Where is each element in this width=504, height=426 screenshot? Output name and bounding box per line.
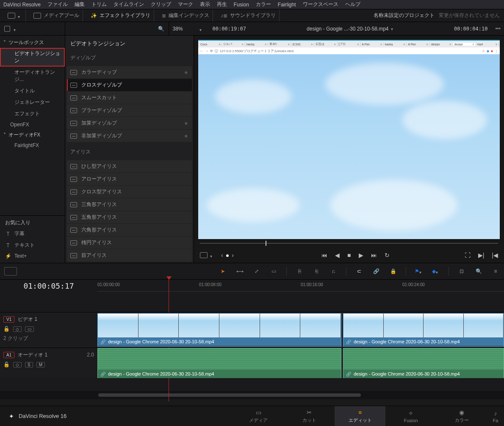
- star-icon[interactable]: [184, 120, 188, 126]
- audio-track-header[interactable]: A1オーディオ 12.0 🔓◇SM: [0, 348, 97, 378]
- video-track-header[interactable]: V1ビデオ 1 🔓◇▭ 2 クリップ: [0, 312, 97, 348]
- lock-icon[interactable]: 🔓: [3, 362, 10, 368]
- menu-item[interactable]: Fairlight: [278, 2, 296, 8]
- video-clip[interactable]: design - Google Chrome 2020-06-30 20-10-…: [97, 313, 341, 347]
- next-edit-icon[interactable]: ›: [232, 252, 234, 259]
- next-clip-icon[interactable]: ▶|: [478, 252, 485, 259]
- auto-select-icon[interactable]: ◇: [13, 326, 22, 332]
- fx-item[interactable]: クロス型アイリス: [67, 186, 192, 198]
- chevron-down-icon[interactable]: [210, 253, 214, 257]
- menu-item[interactable]: ファイル: [47, 1, 68, 8]
- menu-item[interactable]: カラー: [256, 1, 271, 8]
- fx-item[interactable]: 五角形アイリス: [67, 211, 192, 223]
- sidebar-item-video-transition[interactable]: ビデオトランジション: [0, 48, 65, 67]
- blade-tool-icon[interactable]: ▭: [269, 268, 278, 275]
- play-icon[interactable]: ▶: [359, 252, 363, 259]
- fx-item[interactable]: 楕円アイリス: [67, 237, 192, 249]
- timeline-ruler[interactable]: 01:00:00:00 01:00:08:00 01:00:16:00 01:0…: [97, 280, 504, 292]
- menu-item[interactable]: ヘルプ: [345, 1, 360, 8]
- step-back-icon[interactable]: ◀: [335, 252, 340, 259]
- layout-icon[interactable]: [4, 26, 10, 32]
- page-tab-media[interactable]: ▭メディア: [233, 406, 284, 426]
- zoom-icon[interactable]: 🔍: [474, 268, 483, 275]
- viewer-clip-name[interactable]: design - Google ...-30 20-10-58.mp4: [251, 26, 450, 32]
- fx-item[interactable]: 三角形アイリス: [67, 198, 192, 211]
- sidebar-item-openfx[interactable]: OpenFX: [0, 120, 65, 130]
- sidebar-item-fairlightfx[interactable]: FairlightFX: [0, 140, 65, 150]
- audio-clip[interactable]: design - Google Chrome 2020-06-30 20-10-…: [97, 348, 341, 378]
- star-icon[interactable]: [184, 70, 188, 75]
- fx-item[interactable]: カラーディップ: [67, 66, 192, 78]
- menu-item[interactable]: タイムライン: [114, 1, 144, 8]
- page-tab-fairlight[interactable]: ♪Fa: [487, 406, 504, 426]
- menu-item[interactable]: 編集: [75, 1, 85, 8]
- star-icon[interactable]: [184, 133, 188, 139]
- menu-item[interactable]: 表示: [200, 1, 210, 8]
- chevron-down-icon[interactable]: [14, 27, 18, 31]
- favorite-item[interactable]: Tテキスト: [0, 239, 65, 251]
- menu-item[interactable]: マーク: [178, 1, 193, 8]
- view-mode-icon[interactable]: [200, 252, 208, 258]
- lock-icon[interactable]: 🔓: [3, 326, 10, 332]
- timeline-view-options[interactable]: [4, 267, 17, 276]
- menu-item[interactable]: 再生: [217, 1, 227, 8]
- prev-edit-icon[interactable]: ‹: [221, 252, 223, 259]
- customize-icon[interactable]: ≡: [491, 268, 500, 275]
- viewer-canvas[interactable]: Coco× ジルバ× backg× 第3の× [CSS]× 広告は× [プロ× …: [198, 40, 500, 239]
- insert-icon[interactable]: ⎘: [295, 268, 304, 275]
- match-frame-icon[interactable]: ⛶: [465, 252, 471, 259]
- track-tag[interactable]: V1: [3, 316, 14, 323]
- fx-item[interactable]: 目アイリス: [67, 249, 192, 262]
- fx-item[interactable]: ブラーディゾルブ: [67, 104, 192, 117]
- sidebar-item-titles[interactable]: タイトル: [0, 85, 65, 97]
- solo-button[interactable]: S: [25, 362, 33, 368]
- fx-item[interactable]: ひし型アイリス: [67, 160, 192, 173]
- sidebar-item-effects[interactable]: エフェクト: [0, 108, 65, 120]
- auto-select-icon[interactable]: ◇: [13, 362, 22, 368]
- dynamic-trim-icon[interactable]: ⤢: [252, 268, 261, 275]
- viewer-scrubber[interactable]: [194, 239, 504, 248]
- zoom-fit-icon[interactable]: ⊡: [457, 268, 466, 275]
- sidebar-item-audio-transition[interactable]: オーディオトランジ...: [0, 67, 65, 85]
- video-clip[interactable]: design - Google Chrome 2020-06-30 20-10-…: [343, 313, 504, 347]
- flag-icon[interactable]: ⚑: [415, 268, 423, 275]
- link-icon[interactable]: 🔗: [372, 268, 380, 275]
- fx-item[interactable]: スムースカット: [67, 92, 192, 104]
- snap-icon[interactable]: ⊂: [355, 268, 363, 275]
- track-tag[interactable]: A1: [3, 352, 14, 358]
- timeline-scrollbar[interactable]: [0, 391, 504, 399]
- go-start-icon[interactable]: ⏮: [321, 252, 327, 259]
- trim-tool-icon[interactable]: ⟷: [235, 268, 244, 275]
- menu-item[interactable]: Fusion: [234, 2, 249, 8]
- search-icon[interactable]: [158, 26, 164, 32]
- fx-item[interactable]: 加算ディゾルブ: [67, 117, 192, 129]
- stop-icon[interactable]: ■: [347, 252, 351, 259]
- audio-clip[interactable]: design - Google Chrome 2020-06-30 20-10-…: [343, 348, 504, 378]
- fx-item-cross-dissolve[interactable]: クロスディゾルブ: [67, 79, 192, 91]
- zoom-select[interactable]: 38%: [169, 26, 207, 32]
- mediapool-button[interactable]: メディアプール: [30, 9, 83, 22]
- edit-index-button[interactable]: ≣編集インデックス: [158, 9, 213, 22]
- prev-clip-icon[interactable]: |◀: [492, 252, 498, 259]
- lock-icon[interactable]: 🔒: [389, 268, 397, 275]
- mute-button[interactable]: M: [36, 362, 45, 368]
- menu-item[interactable]: トリム: [91, 1, 107, 8]
- inspector-toggle[interactable]: [4, 9, 26, 22]
- effects-library-button[interactable]: エフェクトライブラリ: [87, 9, 154, 22]
- toolbox-header[interactable]: ˅ツールボックス: [0, 37, 65, 48]
- page-tab-cut[interactable]: ✂カット: [284, 406, 335, 426]
- sidebar-item-generators[interactable]: ジェネレーター: [0, 97, 65, 108]
- fx-item[interactable]: 非加算ディゾルブ: [67, 130, 192, 142]
- menu-item[interactable]: クリップ: [151, 1, 171, 8]
- replace-icon[interactable]: ⎌: [329, 268, 338, 275]
- page-tab-fusion[interactable]: ✧Fusion: [385, 406, 436, 426]
- menu-item[interactable]: DaVinci Resolve: [3, 2, 41, 8]
- page-tab-edit[interactable]: ≡エディット: [335, 406, 385, 426]
- sound-library-button[interactable]: ♪≣サウンドライブラリ: [217, 9, 280, 22]
- go-end-icon[interactable]: ⏭: [371, 252, 377, 259]
- selection-tool-icon[interactable]: ➤: [219, 268, 227, 275]
- fx-item[interactable]: アローアイリス: [67, 173, 192, 185]
- loop-icon[interactable]: ↻: [385, 252, 390, 259]
- page-tab-color[interactable]: ◉カラー: [436, 406, 487, 426]
- overwrite-icon[interactable]: ⎗: [312, 268, 321, 275]
